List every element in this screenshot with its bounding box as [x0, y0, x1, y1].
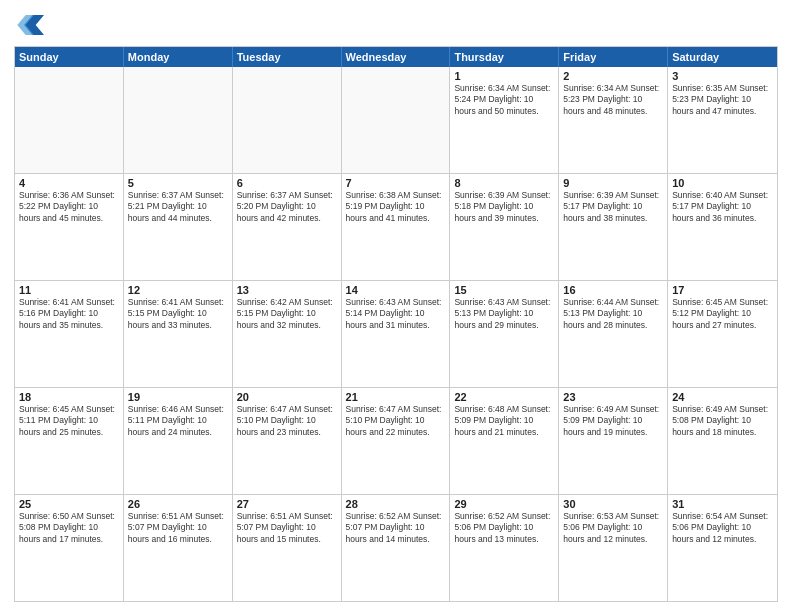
day-number: 16	[563, 284, 663, 296]
day-number: 26	[128, 498, 228, 510]
day-info: Sunrise: 6:41 AM Sunset: 5:15 PM Dayligh…	[128, 297, 228, 331]
day-cell-3: 3Sunrise: 6:35 AM Sunset: 5:23 PM Daylig…	[668, 67, 777, 173]
day-info: Sunrise: 6:39 AM Sunset: 5:17 PM Dayligh…	[563, 190, 663, 224]
day-cell-7: 7Sunrise: 6:38 AM Sunset: 5:19 PM Daylig…	[342, 174, 451, 280]
day-info: Sunrise: 6:51 AM Sunset: 5:07 PM Dayligh…	[128, 511, 228, 545]
day-cell-4: 4Sunrise: 6:36 AM Sunset: 5:22 PM Daylig…	[15, 174, 124, 280]
day-cell-5: 5Sunrise: 6:37 AM Sunset: 5:21 PM Daylig…	[124, 174, 233, 280]
day-info: Sunrise: 6:34 AM Sunset: 5:23 PM Dayligh…	[563, 83, 663, 117]
day-info: Sunrise: 6:37 AM Sunset: 5:21 PM Dayligh…	[128, 190, 228, 224]
day-info: Sunrise: 6:39 AM Sunset: 5:18 PM Dayligh…	[454, 190, 554, 224]
empty-cell	[15, 67, 124, 173]
day-cell-9: 9Sunrise: 6:39 AM Sunset: 5:17 PM Daylig…	[559, 174, 668, 280]
empty-cell	[124, 67, 233, 173]
day-number: 21	[346, 391, 446, 403]
day-number: 20	[237, 391, 337, 403]
day-number: 8	[454, 177, 554, 189]
day-cell-1: 1Sunrise: 6:34 AM Sunset: 5:24 PM Daylig…	[450, 67, 559, 173]
weekday-header-thursday: Thursday	[450, 47, 559, 67]
day-number: 4	[19, 177, 119, 189]
day-cell-12: 12Sunrise: 6:41 AM Sunset: 5:15 PM Dayli…	[124, 281, 233, 387]
day-number: 12	[128, 284, 228, 296]
day-number: 17	[672, 284, 773, 296]
day-number: 22	[454, 391, 554, 403]
day-info: Sunrise: 6:45 AM Sunset: 5:12 PM Dayligh…	[672, 297, 773, 331]
header	[14, 10, 778, 40]
day-cell-13: 13Sunrise: 6:42 AM Sunset: 5:15 PM Dayli…	[233, 281, 342, 387]
day-cell-20: 20Sunrise: 6:47 AM Sunset: 5:10 PM Dayli…	[233, 388, 342, 494]
day-info: Sunrise: 6:44 AM Sunset: 5:13 PM Dayligh…	[563, 297, 663, 331]
day-number: 27	[237, 498, 337, 510]
day-cell-22: 22Sunrise: 6:48 AM Sunset: 5:09 PM Dayli…	[450, 388, 559, 494]
calendar: SundayMondayTuesdayWednesdayThursdayFrid…	[14, 46, 778, 602]
day-number: 29	[454, 498, 554, 510]
logo-icon	[14, 10, 44, 40]
day-info: Sunrise: 6:40 AM Sunset: 5:17 PM Dayligh…	[672, 190, 773, 224]
calendar-row-1: 1Sunrise: 6:34 AM Sunset: 5:24 PM Daylig…	[15, 67, 777, 174]
day-cell-15: 15Sunrise: 6:43 AM Sunset: 5:13 PM Dayli…	[450, 281, 559, 387]
day-cell-18: 18Sunrise: 6:45 AM Sunset: 5:11 PM Dayli…	[15, 388, 124, 494]
day-number: 23	[563, 391, 663, 403]
day-info: Sunrise: 6:48 AM Sunset: 5:09 PM Dayligh…	[454, 404, 554, 438]
day-info: Sunrise: 6:46 AM Sunset: 5:11 PM Dayligh…	[128, 404, 228, 438]
day-cell-2: 2Sunrise: 6:34 AM Sunset: 5:23 PM Daylig…	[559, 67, 668, 173]
day-info: Sunrise: 6:52 AM Sunset: 5:06 PM Dayligh…	[454, 511, 554, 545]
day-info: Sunrise: 6:42 AM Sunset: 5:15 PM Dayligh…	[237, 297, 337, 331]
day-number: 7	[346, 177, 446, 189]
day-info: Sunrise: 6:45 AM Sunset: 5:11 PM Dayligh…	[19, 404, 119, 438]
day-number: 25	[19, 498, 119, 510]
day-cell-31: 31Sunrise: 6:54 AM Sunset: 5:06 PM Dayli…	[668, 495, 777, 601]
day-number: 18	[19, 391, 119, 403]
day-cell-24: 24Sunrise: 6:49 AM Sunset: 5:08 PM Dayli…	[668, 388, 777, 494]
day-info: Sunrise: 6:38 AM Sunset: 5:19 PM Dayligh…	[346, 190, 446, 224]
day-info: Sunrise: 6:49 AM Sunset: 5:08 PM Dayligh…	[672, 404, 773, 438]
empty-cell	[342, 67, 451, 173]
day-cell-14: 14Sunrise: 6:43 AM Sunset: 5:14 PM Dayli…	[342, 281, 451, 387]
day-cell-16: 16Sunrise: 6:44 AM Sunset: 5:13 PM Dayli…	[559, 281, 668, 387]
day-info: Sunrise: 6:41 AM Sunset: 5:16 PM Dayligh…	[19, 297, 119, 331]
day-number: 2	[563, 70, 663, 82]
day-number: 10	[672, 177, 773, 189]
day-cell-19: 19Sunrise: 6:46 AM Sunset: 5:11 PM Dayli…	[124, 388, 233, 494]
empty-cell	[233, 67, 342, 173]
day-info: Sunrise: 6:51 AM Sunset: 5:07 PM Dayligh…	[237, 511, 337, 545]
day-number: 24	[672, 391, 773, 403]
day-cell-21: 21Sunrise: 6:47 AM Sunset: 5:10 PM Dayli…	[342, 388, 451, 494]
day-cell-11: 11Sunrise: 6:41 AM Sunset: 5:16 PM Dayli…	[15, 281, 124, 387]
day-cell-29: 29Sunrise: 6:52 AM Sunset: 5:06 PM Dayli…	[450, 495, 559, 601]
weekday-header-friday: Friday	[559, 47, 668, 67]
day-info: Sunrise: 6:54 AM Sunset: 5:06 PM Dayligh…	[672, 511, 773, 545]
day-number: 30	[563, 498, 663, 510]
day-number: 13	[237, 284, 337, 296]
logo	[14, 10, 48, 40]
day-info: Sunrise: 6:35 AM Sunset: 5:23 PM Dayligh…	[672, 83, 773, 117]
calendar-row-4: 18Sunrise: 6:45 AM Sunset: 5:11 PM Dayli…	[15, 388, 777, 495]
day-cell-17: 17Sunrise: 6:45 AM Sunset: 5:12 PM Dayli…	[668, 281, 777, 387]
day-cell-30: 30Sunrise: 6:53 AM Sunset: 5:06 PM Dayli…	[559, 495, 668, 601]
day-number: 19	[128, 391, 228, 403]
day-info: Sunrise: 6:47 AM Sunset: 5:10 PM Dayligh…	[237, 404, 337, 438]
calendar-row-5: 25Sunrise: 6:50 AM Sunset: 5:08 PM Dayli…	[15, 495, 777, 601]
day-number: 28	[346, 498, 446, 510]
day-info: Sunrise: 6:53 AM Sunset: 5:06 PM Dayligh…	[563, 511, 663, 545]
day-info: Sunrise: 6:34 AM Sunset: 5:24 PM Dayligh…	[454, 83, 554, 117]
day-number: 5	[128, 177, 228, 189]
day-number: 11	[19, 284, 119, 296]
calendar-header: SundayMondayTuesdayWednesdayThursdayFrid…	[15, 47, 777, 67]
day-info: Sunrise: 6:49 AM Sunset: 5:09 PM Dayligh…	[563, 404, 663, 438]
calendar-body: 1Sunrise: 6:34 AM Sunset: 5:24 PM Daylig…	[15, 67, 777, 601]
day-cell-27: 27Sunrise: 6:51 AM Sunset: 5:07 PM Dayli…	[233, 495, 342, 601]
day-number: 14	[346, 284, 446, 296]
calendar-row-3: 11Sunrise: 6:41 AM Sunset: 5:16 PM Dayli…	[15, 281, 777, 388]
day-number: 3	[672, 70, 773, 82]
weekday-header-saturday: Saturday	[668, 47, 777, 67]
weekday-header-wednesday: Wednesday	[342, 47, 451, 67]
day-cell-25: 25Sunrise: 6:50 AM Sunset: 5:08 PM Dayli…	[15, 495, 124, 601]
day-cell-6: 6Sunrise: 6:37 AM Sunset: 5:20 PM Daylig…	[233, 174, 342, 280]
day-number: 9	[563, 177, 663, 189]
weekday-header-monday: Monday	[124, 47, 233, 67]
day-number: 31	[672, 498, 773, 510]
day-number: 6	[237, 177, 337, 189]
day-info: Sunrise: 6:50 AM Sunset: 5:08 PM Dayligh…	[19, 511, 119, 545]
page: SundayMondayTuesdayWednesdayThursdayFrid…	[0, 0, 792, 612]
